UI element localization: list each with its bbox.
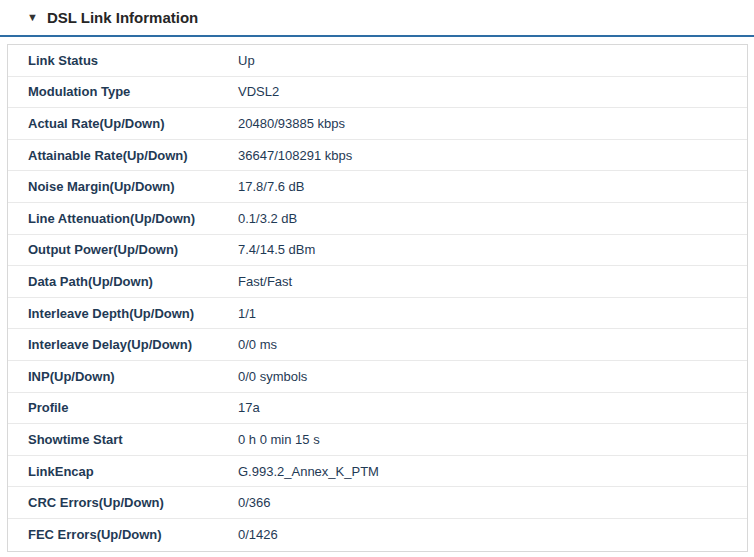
- row-label: LinkEncap: [8, 464, 238, 479]
- table-row: Link Status Up: [8, 45, 747, 77]
- row-label: Showtime Start: [8, 432, 238, 447]
- row-label: Output Power(Up/Down): [8, 242, 238, 257]
- row-value: 1/1: [238, 306, 256, 321]
- row-label: Actual Rate(Up/Down): [8, 116, 238, 131]
- dsl-info-table: Link Status Up Modulation Type VDSL2 Act…: [7, 44, 748, 552]
- table-row: Output Power(Up/Down) 7.4/14.5 dBm: [8, 235, 747, 267]
- table-row: CRC Errors(Up/Down) 0/366: [8, 487, 747, 519]
- table-row: FEC Errors(Up/Down) 0/1426: [8, 519, 747, 551]
- row-value: 17a: [238, 400, 260, 415]
- row-value: Fast/Fast: [238, 274, 292, 289]
- row-value: Up: [238, 53, 255, 68]
- row-value: 0.1/3.2 dB: [238, 211, 297, 226]
- header-accent-rule: [0, 35, 754, 37]
- row-label: Link Status: [8, 53, 238, 68]
- table-row: LinkEncap G.993.2_Annex_K_PTM: [8, 456, 747, 488]
- row-label: Interleave Depth(Up/Down): [8, 306, 238, 321]
- row-value: 20480/93885 kbps: [238, 116, 345, 131]
- row-label: Noise Margin(Up/Down): [8, 179, 238, 194]
- row-label: Profile: [8, 400, 238, 415]
- row-value: 0/0 ms: [238, 337, 277, 352]
- row-value: VDSL2: [238, 84, 279, 99]
- table-row: Noise Margin(Up/Down) 17.8/7.6 dB: [8, 171, 747, 203]
- table-row: Line Attenuation(Up/Down) 0.1/3.2 dB: [8, 203, 747, 235]
- row-label: Modulation Type: [8, 84, 238, 99]
- row-label: CRC Errors(Up/Down): [8, 495, 238, 510]
- row-value: G.993.2_Annex_K_PTM: [238, 464, 379, 479]
- table-row: Interleave Depth(Up/Down) 1/1: [8, 298, 747, 330]
- page-title: DSL Link Information: [47, 9, 198, 26]
- table-row: Modulation Type VDSL2: [8, 77, 747, 109]
- row-label: Attainable Rate(Up/Down): [8, 148, 238, 163]
- table-row: INP(Up/Down) 0/0 symbols: [8, 361, 747, 393]
- row-value: 0/1426: [238, 527, 278, 542]
- table-row: Showtime Start 0 h 0 min 15 s: [8, 424, 747, 456]
- table-row: Interleave Delay(Up/Down) 0/0 ms: [8, 329, 747, 361]
- row-label: FEC Errors(Up/Down): [8, 527, 238, 542]
- table-row: Attainable Rate(Up/Down) 36647/108291 kb…: [8, 140, 747, 172]
- table-row: Profile 17a: [8, 393, 747, 425]
- row-label: Interleave Delay(Up/Down): [8, 337, 238, 352]
- row-value: 0 h 0 min 15 s: [238, 432, 320, 447]
- row-label: INP(Up/Down): [8, 369, 238, 384]
- table-row: Data Path(Up/Down) Fast/Fast: [8, 266, 747, 298]
- row-label: Line Attenuation(Up/Down): [8, 211, 238, 226]
- row-value: 0/0 symbols: [238, 369, 307, 384]
- row-value: 36647/108291 kbps: [238, 148, 352, 163]
- row-label: Data Path(Up/Down): [8, 274, 238, 289]
- collapse-triangle-icon[interactable]: ▼: [27, 12, 38, 23]
- table-row: Actual Rate(Up/Down) 20480/93885 kbps: [8, 108, 747, 140]
- row-value: 0/366: [238, 495, 271, 510]
- row-value: 17.8/7.6 dB: [238, 179, 305, 194]
- section-header: ▼ DSL Link Information: [0, 0, 754, 35]
- row-value: 7.4/14.5 dBm: [238, 242, 315, 257]
